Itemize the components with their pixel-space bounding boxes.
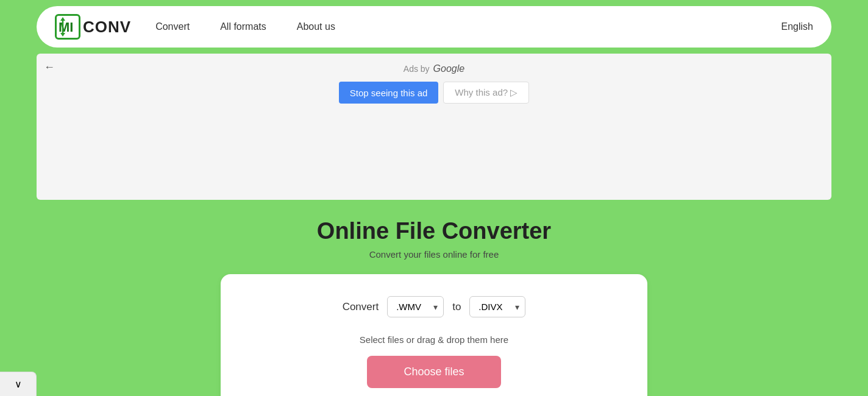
converter-row: Convert .WMV .MP4 .AVI .MOV to .DIVX .MP… — [343, 296, 526, 317]
scroll-indicator[interactable]: ∨ — [0, 372, 37, 396]
choose-files-button[interactable]: Choose files — [367, 356, 500, 388]
to-label: to — [452, 301, 461, 313]
ad-section: ← Ads by Google Stop seeing this ad Why … — [37, 54, 831, 200]
logo-icon: MI — [55, 14, 80, 40]
page-subtitle: Convert your files online for free — [369, 249, 499, 260]
navbar-wrapper: MI CONV Convert All formats About us Eng… — [0, 0, 868, 54]
converter-card: Convert .WMV .MP4 .AVI .MOV to .DIVX .MP… — [221, 274, 647, 396]
convert-label: Convert — [343, 301, 379, 313]
from-format-select-wrapper[interactable]: .WMV .MP4 .AVI .MOV — [387, 296, 444, 317]
language-selector[interactable]: English — [781, 21, 813, 32]
why-this-ad-button[interactable]: Why this ad? ▷ — [443, 82, 529, 104]
nav-convert[interactable]: Convert — [155, 21, 190, 32]
navbar: MI CONV Convert All formats About us Eng… — [37, 6, 831, 48]
nav-all-formats[interactable]: All formats — [220, 21, 266, 32]
ads-by-google: Ads by Google — [404, 63, 464, 74]
nav-about-us[interactable]: About us — [297, 21, 335, 32]
logo-text: CONV — [83, 18, 131, 37]
logo[interactable]: MI CONV — [55, 14, 131, 40]
chevron-down-icon: ∨ — [15, 378, 22, 390]
svg-marker-2 — [60, 17, 65, 21]
svg-marker-3 — [60, 33, 65, 37]
ad-back-arrow[interactable]: ← — [44, 61, 55, 74]
stop-seeing-ad-button[interactable]: Stop seeing this ad — [339, 82, 439, 104]
svg-text:MI: MI — [59, 19, 73, 35]
nav-links: Convert All formats About us — [155, 21, 781, 32]
ad-buttons: Stop seeing this ad Why this ad? ▷ — [339, 82, 529, 104]
google-label: Google — [433, 63, 465, 74]
main-content: Online File Converter Convert your files… — [0, 206, 868, 396]
ads-by-label: Ads by — [404, 64, 430, 74]
to-format-select[interactable]: .DIVX .MP4 .AVI .MKV — [469, 296, 525, 317]
to-format-select-wrapper[interactable]: .DIVX .MP4 .AVI .MKV — [469, 296, 525, 317]
page-title: Online File Converter — [317, 218, 551, 244]
from-format-select[interactable]: .WMV .MP4 .AVI .MOV — [387, 296, 444, 317]
drop-label: Select files or drag & drop them here — [360, 334, 508, 345]
